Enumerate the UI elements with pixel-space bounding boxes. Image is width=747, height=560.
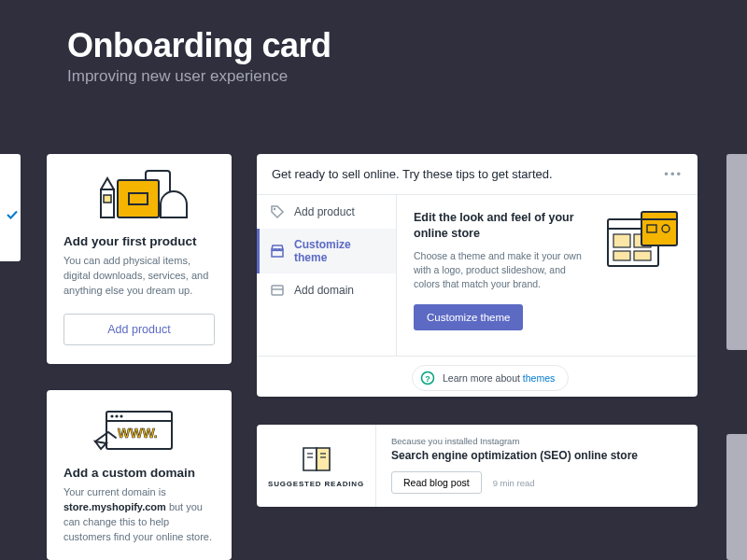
partial-card-right-2: [726, 434, 747, 560]
tab-customize-theme[interactable]: Customize theme: [257, 229, 396, 273]
tab-add-product[interactable]: Add product: [257, 195, 396, 229]
svg-rect-15: [613, 234, 630, 247]
add-domain-card: WWW. Add a custom domain Your current do…: [47, 390, 232, 560]
browser-icon: [270, 283, 285, 298]
svg-point-6: [110, 414, 113, 417]
svg-text:?: ?: [425, 374, 430, 384]
hero: Onboarding card Improving new user exper…: [67, 26, 331, 86]
domain-illustration: WWW.: [63, 403, 215, 455]
more-icon[interactable]: •••: [664, 167, 683, 181]
onboarding-tabs: Add product Customize theme Add domain: [257, 195, 397, 356]
customize-theme-button[interactable]: Customize theme: [414, 304, 523, 330]
reading-title: Search engine optimization (SEO) online …: [391, 449, 683, 462]
svg-point-7: [115, 414, 118, 417]
svg-text:WWW.: WWW.: [118, 426, 158, 441]
storefront-icon: [270, 244, 285, 259]
svg-rect-1: [118, 180, 159, 217]
learn-more-pill[interactable]: ? Learn more about themes: [412, 365, 569, 391]
hero-subtitle: Improving new user experience: [67, 67, 331, 86]
book-icon: [298, 444, 335, 474]
product-illustration: [63, 167, 215, 223]
svg-rect-3: [104, 195, 111, 203]
onboarding-header: Get ready to sell online. Try these tips…: [272, 167, 553, 181]
suggested-reading-label: SUGGESTED READING: [268, 480, 364, 488]
onboarding-pane: Edit the look and feel of your online st…: [397, 195, 698, 356]
svg-rect-17: [613, 251, 630, 260]
add-product-card: Add your first product You can add physi…: [47, 154, 232, 364]
onboarding-card: Get ready to sell online. Try these tips…: [257, 154, 698, 397]
read-blog-button[interactable]: Read blog post: [391, 471, 482, 494]
tag-icon: [270, 204, 285, 219]
card-title: Add a custom domain: [63, 466, 215, 480]
svg-rect-18: [634, 251, 651, 260]
svg-point-8: [120, 414, 122, 417]
svg-rect-11: [272, 286, 283, 295]
partial-card-right-1: [726, 154, 747, 350]
svg-point-10: [274, 208, 275, 210]
card-title: Add your first product: [63, 234, 215, 248]
partial-card-left: [0, 154, 21, 261]
card-body: You can add physical items, digital down…: [63, 254, 215, 299]
suggested-reading-card: SUGGESTED READING Because you installed …: [257, 425, 698, 507]
theme-illustration: [604, 210, 681, 341]
reading-time: 9 min read: [493, 478, 535, 488]
add-product-button[interactable]: Add product: [63, 314, 215, 345]
reading-pretext: Because you installed Instagram: [391, 436, 683, 446]
themes-link[interactable]: themes: [523, 372, 555, 384]
pane-body: Choose a theme and make it your own with…: [414, 249, 591, 292]
tab-add-domain[interactable]: Add domain: [257, 273, 396, 307]
card-body: Your current domain is store.myshopify.c…: [63, 485, 215, 545]
check-icon: [6, 208, 19, 221]
pane-title: Edit the look and feel of your online st…: [414, 210, 582, 242]
help-icon: ?: [420, 371, 435, 385]
hero-title: Onboarding card: [67, 26, 331, 65]
